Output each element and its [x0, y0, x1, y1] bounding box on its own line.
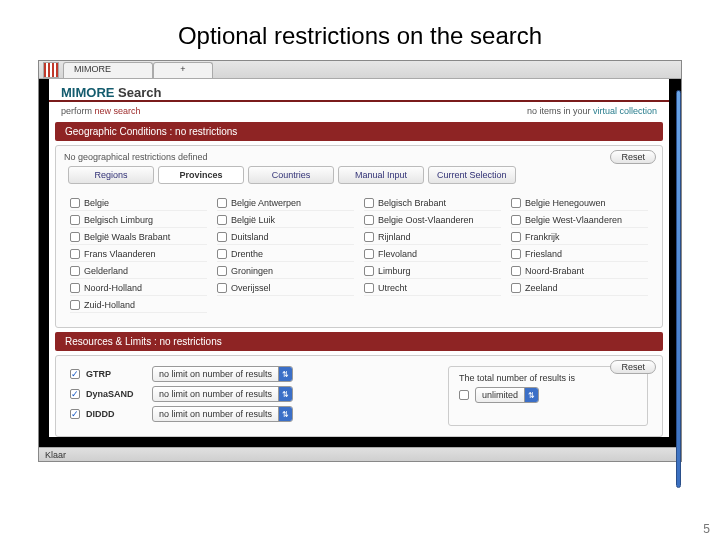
scroll-indicator: [676, 90, 681, 488]
province-label: Drenthe: [231, 249, 263, 259]
new-tab-button[interactable]: +: [153, 62, 213, 78]
resource-limit-select[interactable]: no limit on number of results⇅: [152, 366, 293, 382]
province-checkbox[interactable]: [70, 249, 80, 259]
resources-list: GTRPno limit on number of results⇅DynaSA…: [64, 362, 299, 426]
browser-content: MIMORE Search perform new search no item…: [39, 79, 681, 447]
resource-name: DIDDD: [86, 409, 146, 419]
province-label: Belgie Oost-Vlaanderen: [378, 215, 474, 225]
province-checkbox[interactable]: [217, 266, 227, 276]
resource-checkbox[interactable]: [70, 369, 80, 379]
province-row: Friesland: [511, 247, 648, 262]
province-checkbox[interactable]: [364, 283, 374, 293]
total-results-select[interactable]: unlimited ⇅: [475, 387, 539, 403]
province-label: Belgie: [84, 198, 109, 208]
province-label: Zuid-Holland: [84, 300, 135, 310]
province-row: Noord-Brabant: [511, 264, 648, 279]
province-checkbox[interactable]: [364, 266, 374, 276]
province-row: Belgie Henegouwen: [511, 196, 648, 211]
dropdown-icon: ⇅: [278, 387, 292, 401]
resource-name: GTRP: [86, 369, 146, 379]
province-row: Zeeland: [511, 281, 648, 296]
province-label: Frans Vlaanderen: [84, 249, 156, 259]
province-label: Friesland: [525, 249, 562, 259]
province-checkbox[interactable]: [364, 232, 374, 242]
province-row: Duitsland: [217, 230, 354, 245]
province-checkbox[interactable]: [70, 198, 80, 208]
subheader: perform new search no items in your virt…: [49, 102, 669, 122]
province-row: Frans Vlaanderen: [70, 247, 207, 262]
province-checkbox[interactable]: [364, 198, 374, 208]
province-row: Noord-Holland: [70, 281, 207, 296]
geo-tab-current-selection[interactable]: Current Selection: [428, 166, 516, 184]
province-label: Noord-Holland: [84, 283, 142, 293]
browser-window: MIMORE + MIMORE Search perform new searc…: [38, 60, 682, 462]
province-checkbox[interactable]: [70, 215, 80, 225]
geo-tabs: RegionsProvincesCountriesManual InputCur…: [68, 166, 654, 184]
province-row: Utrecht: [364, 281, 501, 296]
geo-tab-countries[interactable]: Countries: [248, 166, 334, 184]
app-logo-icon: [43, 62, 59, 78]
province-row: België Luik: [217, 213, 354, 228]
province-label: Belgie Henegouwen: [525, 198, 606, 208]
province-row: Rijnland: [364, 230, 501, 245]
resource-limit-select[interactable]: no limit on number of results⇅: [152, 386, 293, 402]
total-results-checkbox[interactable]: [459, 390, 469, 400]
app-header: MIMORE Search: [49, 79, 669, 102]
resources-reset-button[interactable]: Reset: [610, 360, 656, 374]
province-checkbox[interactable]: [70, 300, 80, 310]
dropdown-icon: ⇅: [278, 407, 292, 421]
province-checkbox[interactable]: [511, 249, 521, 259]
browser-statusbar: Klaar: [39, 447, 681, 461]
province-checkbox[interactable]: [511, 232, 521, 242]
province-row: Belgie Antwerpen: [217, 196, 354, 211]
resources-panel: Reset GTRPno limit on number of results⇅…: [55, 355, 663, 437]
virtual-collection-link[interactable]: virtual collection: [593, 106, 657, 116]
brand-name: MIMORE: [61, 85, 114, 100]
browser-tabbar: MIMORE +: [39, 61, 681, 79]
province-checkbox[interactable]: [511, 198, 521, 208]
province-checkbox[interactable]: [217, 249, 227, 259]
province-label: Zeeland: [525, 283, 558, 293]
province-row: Belgisch Limburg: [70, 213, 207, 228]
province-row: Drenthe: [217, 247, 354, 262]
geo-tab-provinces[interactable]: Provinces: [158, 166, 244, 184]
geo-tab-regions[interactable]: Regions: [68, 166, 154, 184]
geo-reset-button[interactable]: Reset: [610, 150, 656, 164]
province-checkbox[interactable]: [364, 215, 374, 225]
resource-row: DIDDDno limit on number of results⇅: [70, 406, 293, 422]
province-checkbox[interactable]: [70, 283, 80, 293]
province-row: Groningen: [217, 264, 354, 279]
province-checkbox[interactable]: [70, 266, 80, 276]
geo-section-header: Geographic Conditions : no restrictions: [55, 122, 663, 141]
geo-tab-manual-input[interactable]: Manual Input: [338, 166, 424, 184]
province-row: Belgisch Brabant: [364, 196, 501, 211]
province-checkbox[interactable]: [217, 232, 227, 242]
geo-panel: Reset No geographical restrictions defin…: [55, 145, 663, 328]
province-checkbox[interactable]: [70, 232, 80, 242]
province-row: Zuid-Holland: [70, 298, 207, 313]
province-row: Overijssel: [217, 281, 354, 296]
province-label: België Luik: [231, 215, 275, 225]
province-label: Groningen: [231, 266, 273, 276]
province-checkbox[interactable]: [511, 266, 521, 276]
new-search-link[interactable]: new search: [95, 106, 141, 116]
resource-checkbox[interactable]: [70, 389, 80, 399]
province-checkbox[interactable]: [364, 249, 374, 259]
resource-checkbox[interactable]: [70, 409, 80, 419]
total-results-label: The total number of results is: [459, 373, 637, 383]
province-checkbox[interactable]: [511, 215, 521, 225]
provinces-grid: BelgieBelgie AntwerpenBelgisch BrabantBe…: [64, 192, 654, 317]
browser-tab[interactable]: MIMORE: [63, 62, 153, 78]
province-label: Gelderland: [84, 266, 128, 276]
province-checkbox[interactable]: [217, 283, 227, 293]
province-label: Frankrijk: [525, 232, 560, 242]
province-label: Flevoland: [378, 249, 417, 259]
total-results-value: unlimited: [476, 390, 524, 400]
province-row: Belgie Oost-Vlaanderen: [364, 213, 501, 228]
province-checkbox[interactable]: [217, 198, 227, 208]
province-row: Flevoland: [364, 247, 501, 262]
province-label: Limburg: [378, 266, 411, 276]
province-checkbox[interactable]: [511, 283, 521, 293]
province-checkbox[interactable]: [217, 215, 227, 225]
resource-limit-select[interactable]: no limit on number of results⇅: [152, 406, 293, 422]
